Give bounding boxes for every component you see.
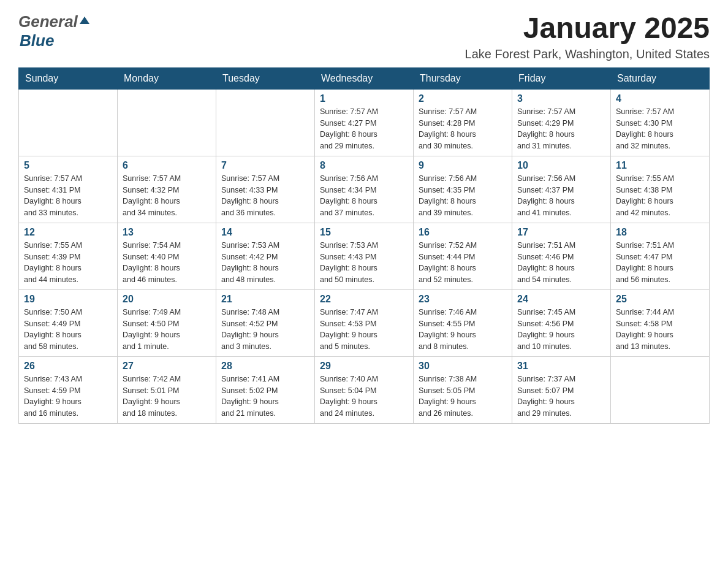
- table-row: 21Sunrise: 7:48 AMSunset: 4:52 PMDayligh…: [216, 289, 315, 356]
- table-row: 18Sunrise: 7:51 AMSunset: 4:47 PMDayligh…: [611, 223, 710, 289]
- table-row: 15Sunrise: 7:53 AMSunset: 4:43 PMDayligh…: [315, 223, 414, 289]
- day-number: 22: [320, 294, 408, 305]
- table-row: 17Sunrise: 7:51 AMSunset: 4:46 PMDayligh…: [512, 223, 611, 289]
- day-number: 20: [123, 294, 211, 305]
- day-number: 13: [123, 227, 211, 238]
- day-info: Sunrise: 7:55 AMSunset: 4:38 PMDaylight:…: [616, 173, 704, 219]
- calendar-week-row: 19Sunrise: 7:50 AMSunset: 4:49 PMDayligh…: [19, 289, 710, 356]
- calendar-table: Sunday Monday Tuesday Wednesday Thursday…: [18, 67, 710, 424]
- day-number: 10: [517, 160, 605, 171]
- table-row: 11Sunrise: 7:55 AMSunset: 4:38 PMDayligh…: [611, 156, 710, 223]
- calendar-week-row: 12Sunrise: 7:55 AMSunset: 4:39 PMDayligh…: [19, 223, 710, 289]
- day-info: Sunrise: 7:57 AMSunset: 4:32 PMDaylight:…: [123, 173, 211, 219]
- table-row: 8Sunrise: 7:56 AMSunset: 4:34 PMDaylight…: [315, 156, 414, 223]
- day-info: Sunrise: 7:45 AMSunset: 4:56 PMDaylight:…: [517, 307, 605, 353]
- table-row: 9Sunrise: 7:56 AMSunset: 4:35 PMDaylight…: [414, 156, 512, 223]
- month-title: January 2025: [465, 12, 710, 45]
- day-number: 28: [221, 361, 309, 372]
- table-row: 25Sunrise: 7:44 AMSunset: 4:58 PMDayligh…: [611, 289, 710, 356]
- table-row: 26Sunrise: 7:43 AMSunset: 4:59 PMDayligh…: [19, 356, 118, 423]
- day-info: Sunrise: 7:57 AMSunset: 4:29 PMDaylight:…: [517, 106, 605, 152]
- day-info: Sunrise: 7:40 AMSunset: 5:04 PMDaylight:…: [320, 373, 408, 419]
- day-info: Sunrise: 7:52 AMSunset: 4:44 PMDaylight:…: [419, 240, 507, 286]
- table-row: 12Sunrise: 7:55 AMSunset: 4:39 PMDayligh…: [19, 223, 118, 289]
- day-info: Sunrise: 7:42 AMSunset: 5:01 PMDaylight:…: [123, 373, 211, 419]
- day-info: Sunrise: 7:56 AMSunset: 4:34 PMDaylight:…: [320, 173, 408, 219]
- day-number: 7: [221, 160, 309, 171]
- day-info: Sunrise: 7:53 AMSunset: 4:43 PMDaylight:…: [320, 240, 408, 286]
- header-saturday: Saturday: [611, 67, 710, 89]
- table-row: 13Sunrise: 7:54 AMSunset: 4:40 PMDayligh…: [118, 223, 216, 289]
- day-number: 1: [320, 93, 408, 104]
- table-row: 10Sunrise: 7:56 AMSunset: 4:37 PMDayligh…: [512, 156, 611, 223]
- table-row: 2Sunrise: 7:57 AMSunset: 4:28 PMDaylight…: [414, 89, 512, 156]
- table-row: 29Sunrise: 7:40 AMSunset: 5:04 PMDayligh…: [315, 356, 414, 423]
- day-info: Sunrise: 7:51 AMSunset: 4:47 PMDaylight:…: [616, 240, 704, 286]
- calendar-week-row: 26Sunrise: 7:43 AMSunset: 4:59 PMDayligh…: [19, 356, 710, 423]
- table-row: 20Sunrise: 7:49 AMSunset: 4:50 PMDayligh…: [118, 289, 216, 356]
- day-info: Sunrise: 7:54 AMSunset: 4:40 PMDaylight:…: [123, 240, 211, 286]
- day-info: Sunrise: 7:44 AMSunset: 4:58 PMDaylight:…: [616, 307, 704, 353]
- day-info: Sunrise: 7:57 AMSunset: 4:27 PMDaylight:…: [320, 106, 408, 152]
- day-number: 5: [24, 160, 112, 171]
- table-row: 23Sunrise: 7:46 AMSunset: 4:55 PMDayligh…: [414, 289, 512, 356]
- day-number: 15: [320, 227, 408, 238]
- day-info: Sunrise: 7:50 AMSunset: 4:49 PMDaylight:…: [24, 307, 112, 353]
- header-sunday: Sunday: [19, 67, 118, 89]
- day-number: 17: [517, 227, 605, 238]
- day-number: 12: [24, 227, 112, 238]
- day-info: Sunrise: 7:53 AMSunset: 4:42 PMDaylight:…: [221, 240, 309, 286]
- day-info: Sunrise: 7:43 AMSunset: 4:59 PMDaylight:…: [24, 373, 112, 419]
- day-info: Sunrise: 7:48 AMSunset: 4:52 PMDaylight:…: [221, 307, 309, 353]
- day-number: 3: [517, 93, 605, 104]
- table-row: 22Sunrise: 7:47 AMSunset: 4:53 PMDayligh…: [315, 289, 414, 356]
- table-row: 16Sunrise: 7:52 AMSunset: 4:44 PMDayligh…: [414, 223, 512, 289]
- logo-blue-text: Blue: [20, 31, 54, 50]
- table-row: 3Sunrise: 7:57 AMSunset: 4:29 PMDaylight…: [512, 89, 611, 156]
- day-number: 19: [24, 294, 112, 305]
- logo-general-text: General: [18, 12, 78, 31]
- day-number: 23: [419, 294, 507, 305]
- day-number: 31: [517, 361, 605, 372]
- day-number: 27: [123, 361, 211, 372]
- page-header: General Blue January 2025 Lake Forest Pa…: [18, 12, 710, 61]
- day-info: Sunrise: 7:57 AMSunset: 4:31 PMDaylight:…: [24, 173, 112, 219]
- table-row: 6Sunrise: 7:57 AMSunset: 4:32 PMDaylight…: [118, 156, 216, 223]
- day-number: 26: [24, 361, 112, 372]
- calendar-week-row: 1Sunrise: 7:57 AMSunset: 4:27 PMDaylight…: [19, 89, 710, 156]
- day-number: 4: [616, 93, 704, 104]
- day-info: Sunrise: 7:57 AMSunset: 4:33 PMDaylight:…: [221, 173, 309, 219]
- header-thursday: Thursday: [414, 67, 512, 89]
- table-row: 19Sunrise: 7:50 AMSunset: 4:49 PMDayligh…: [19, 289, 118, 356]
- day-info: Sunrise: 7:41 AMSunset: 5:02 PMDaylight:…: [221, 373, 309, 419]
- logo: General Blue: [18, 12, 89, 50]
- table-row: 5Sunrise: 7:57 AMSunset: 4:31 PMDaylight…: [19, 156, 118, 223]
- header-friday: Friday: [512, 67, 611, 89]
- table-row: 14Sunrise: 7:53 AMSunset: 4:42 PMDayligh…: [216, 223, 315, 289]
- header-wednesday: Wednesday: [315, 67, 414, 89]
- table-row: 28Sunrise: 7:41 AMSunset: 5:02 PMDayligh…: [216, 356, 315, 423]
- day-number: 18: [616, 227, 704, 238]
- day-info: Sunrise: 7:38 AMSunset: 5:05 PMDaylight:…: [419, 373, 507, 419]
- day-info: Sunrise: 7:51 AMSunset: 4:46 PMDaylight:…: [517, 240, 605, 286]
- day-number: 9: [419, 160, 507, 171]
- calendar-week-row: 5Sunrise: 7:57 AMSunset: 4:31 PMDaylight…: [19, 156, 710, 223]
- table-row: [118, 89, 216, 156]
- svg-marker-0: [80, 17, 89, 24]
- day-info: Sunrise: 7:49 AMSunset: 4:50 PMDaylight:…: [123, 307, 211, 353]
- location-subtitle: Lake Forest Park, Washington, United Sta…: [465, 47, 710, 61]
- table-row: 31Sunrise: 7:37 AMSunset: 5:07 PMDayligh…: [512, 356, 611, 423]
- day-number: 6: [123, 160, 211, 171]
- table-row: [611, 356, 710, 423]
- day-info: Sunrise: 7:56 AMSunset: 4:35 PMDaylight:…: [419, 173, 507, 219]
- table-row: 30Sunrise: 7:38 AMSunset: 5:05 PMDayligh…: [414, 356, 512, 423]
- table-row: 7Sunrise: 7:57 AMSunset: 4:33 PMDaylight…: [216, 156, 315, 223]
- day-number: 2: [419, 93, 507, 104]
- day-number: 11: [616, 160, 704, 171]
- logo-triangle-icon: [80, 15, 89, 28]
- table-row: 24Sunrise: 7:45 AMSunset: 4:56 PMDayligh…: [512, 289, 611, 356]
- day-number: 24: [517, 294, 605, 305]
- day-number: 21: [221, 294, 309, 305]
- day-info: Sunrise: 7:47 AMSunset: 4:53 PMDaylight:…: [320, 307, 408, 353]
- table-row: 27Sunrise: 7:42 AMSunset: 5:01 PMDayligh…: [118, 356, 216, 423]
